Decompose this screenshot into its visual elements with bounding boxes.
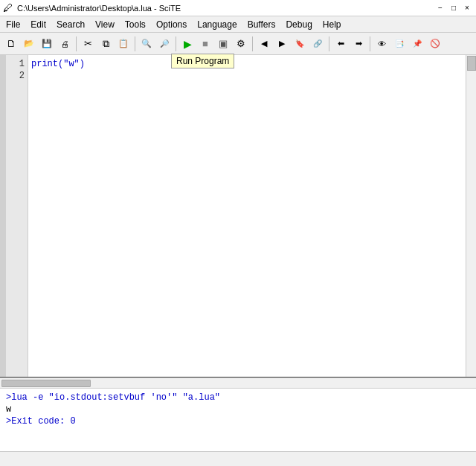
left-gutter: [0, 55, 6, 377]
window-title: C:\Users\Administrator\Desktop\a.lua - S…: [17, 4, 181, 13]
stop-button[interactable]: [197, 36, 213, 52]
output-line-3: >Exit code: 0: [6, 415, 470, 427]
maximize-button[interactable]: □: [448, 2, 460, 14]
output-area: >lua -e "io.stdout:setvbuf 'no'" "a.lua"…: [0, 389, 476, 451]
line-numbers: 1 2: [6, 55, 28, 377]
title-bar: 🖊 C:\Users\Administrator\Desktop\a.lua -…: [0, 0, 476, 16]
scrollbar-thumb[interactable]: [467, 56, 476, 71]
stop2-button[interactable]: [427, 36, 443, 52]
app-icon: 🖊: [3, 2, 13, 13]
menu-debug[interactable]: Debug: [281, 18, 316, 31]
menu-language[interactable]: Language: [193, 18, 241, 31]
find-button[interactable]: [138, 36, 155, 52]
menu-options[interactable]: Options: [152, 18, 191, 31]
h-scrollbar-thumb[interactable]: [1, 380, 91, 387]
output-line-2: w: [6, 403, 470, 415]
bookmark2-button[interactable]: [309, 36, 326, 52]
editor-body[interactable]: print("w"): [28, 55, 466, 377]
menu-view[interactable]: View: [91, 18, 119, 31]
output-text: >lua -e "io.stdout:setvbuf 'no'" "a.lua": [6, 392, 220, 403]
status-bar: [0, 451, 476, 466]
toolbar-separator-6: [370, 36, 370, 51]
code-line-2: [31, 70, 463, 82]
toolbar: Run Program: [0, 33, 476, 55]
vertical-scrollbar[interactable]: [466, 55, 476, 377]
menu-bar: File Edit Search View Tools Options Lang…: [0, 16, 476, 33]
prev-mark-button[interactable]: [256, 36, 272, 52]
menu-search[interactable]: Search: [52, 18, 89, 31]
horizontal-scrollbar[interactable]: [0, 378, 476, 389]
menu-tools[interactable]: Tools: [120, 18, 150, 31]
bookmark1-button[interactable]: [292, 36, 308, 52]
monitor-button[interactable]: [215, 36, 231, 52]
editor-container: 1 2 print("w"): [0, 55, 476, 377]
copy-button[interactable]: [97, 36, 114, 52]
toolbar-separator-5: [329, 36, 329, 51]
code-line-1: print("w"): [31, 58, 463, 70]
line-number: 1: [6, 58, 25, 70]
output-text: >Exit code: 0: [6, 416, 76, 427]
output-line-1: >lua -e "io.stdout:setvbuf 'no'" "a.lua": [6, 392, 470, 403]
menu-edit[interactable]: Edit: [26, 18, 51, 31]
paste-button[interactable]: [115, 36, 132, 52]
next-mark-button[interactable]: [274, 36, 290, 52]
paste2-button[interactable]: [409, 36, 425, 52]
compile-button[interactable]: [233, 36, 249, 52]
copy2-button[interactable]: [391, 36, 408, 52]
print-button[interactable]: [57, 36, 73, 52]
toolbar-separator-3: [176, 36, 176, 51]
toolbar-separator-2: [135, 36, 135, 51]
minimize-button[interactable]: −: [434, 2, 446, 14]
forward-button[interactable]: [350, 36, 367, 52]
run-button[interactable]: [179, 36, 196, 52]
new-button[interactable]: [3, 36, 19, 52]
menu-buffers[interactable]: Buffers: [243, 18, 280, 31]
title-bar-left: 🖊 C:\Users\Administrator\Desktop\a.lua -…: [3, 2, 181, 13]
title-bar-controls: − □ ×: [434, 2, 473, 14]
output-text: w: [6, 404, 11, 415]
line-number: 2: [6, 70, 25, 82]
output-panel: >lua -e "io.stdout:setvbuf 'no'" "a.lua"…: [0, 377, 476, 451]
toolbar-separator-4: [252, 36, 253, 51]
menu-file[interactable]: File: [1, 18, 25, 31]
toolbar-separator-1: [76, 36, 77, 51]
findnext-button[interactable]: [156, 36, 173, 52]
menu-help[interactable]: Help: [318, 18, 346, 31]
toolbar-tooltip: Run Program: [171, 54, 234, 68]
save-button[interactable]: [39, 36, 55, 52]
open-button[interactable]: [21, 36, 37, 52]
code-text: print("w"): [31, 59, 85, 69]
close-button[interactable]: ×: [461, 2, 473, 14]
cut-button[interactable]: [80, 36, 96, 52]
back-button[interactable]: [332, 36, 349, 52]
eye-button[interactable]: [373, 36, 390, 52]
